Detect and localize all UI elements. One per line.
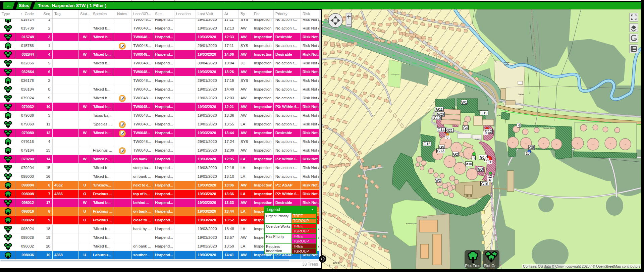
svg-text:G18: G18 <box>466 163 472 166</box>
svg-text:G8: G8 <box>529 146 534 150</box>
svg-text:Stables: Stables <box>518 93 524 95</box>
svg-text:10: 10 <box>526 152 530 155</box>
svg-text:G14: G14 <box>438 128 445 132</box>
svg-text:3: 3 <box>473 156 475 160</box>
svg-text:W1: W1 <box>462 100 467 104</box>
svg-text:Outfall: Outfall <box>504 64 508 66</box>
svg-text:Sewage Works: Sewage Works <box>543 127 555 129</box>
svg-text:8: 8 <box>446 135 448 139</box>
svg-text:G10: G10 <box>434 116 441 120</box>
svg-text:100 m: 100 m <box>333 261 340 264</box>
svg-text:Tanks: Tanks <box>496 114 501 116</box>
svg-text:G13: G13 <box>437 149 444 153</box>
svg-text:school: school <box>423 217 427 218</box>
svg-text:Works: Works <box>475 139 480 141</box>
svg-text:cricket ground: cricket ground <box>391 74 399 75</box>
svg-text:W2: W2 <box>435 178 441 182</box>
svg-text:G16: G16 <box>481 182 488 186</box>
svg-text:6: 6 <box>489 178 491 182</box>
svg-text:Tanks: Tanks <box>452 107 457 109</box>
svg-text:G19: G19 <box>481 111 488 115</box>
svg-text:G11: G11 <box>436 107 443 111</box>
svg-text:9: 9 <box>485 131 487 135</box>
svg-text:G2: G2 <box>453 152 458 156</box>
svg-text:4: 4 <box>518 124 520 127</box>
svg-text:G15: G15 <box>424 142 431 146</box>
svg-text:G4: G4 <box>463 126 468 130</box>
svg-text:recreation ground: recreation ground <box>406 223 418 224</box>
svg-text:Sewage: Sewage <box>503 61 509 63</box>
svg-text:G6: G6 <box>484 158 489 162</box>
svg-text:12: 12 <box>488 175 492 178</box>
svg-text:G21: G21 <box>446 129 453 132</box>
svg-text:G3: G3 <box>478 167 483 171</box>
